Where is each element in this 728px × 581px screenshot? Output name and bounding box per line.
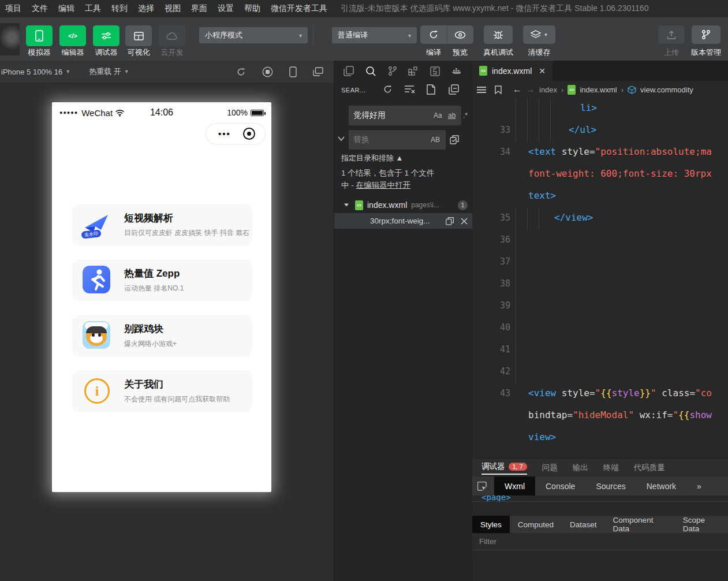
remote-debug-button[interactable] — [484, 25, 513, 44]
float-window-icon[interactable] — [313, 67, 323, 76]
editor-button[interactable]: </> — [59, 25, 86, 46]
caret-down-icon[interactable] — [344, 203, 349, 207]
code-line[interactable]: 34<text style="position:absolute;ma — [472, 142, 728, 164]
collapse-all-icon[interactable] — [449, 84, 459, 95]
replace-input[interactable]: 替换 AB — [349, 130, 446, 150]
preview-button[interactable] — [447, 25, 474, 44]
visual-button[interactable] — [125, 25, 152, 46]
files-icon[interactable] — [344, 66, 354, 76]
menu-item-1[interactable]: 文件 — [27, 3, 53, 14]
bookmark-icon[interactable] — [495, 85, 502, 94]
mode-select[interactable]: 小程序模式 ▾ — [199, 27, 308, 43]
menu-item-2[interactable]: 编辑 — [53, 3, 80, 14]
menu-item-5[interactable]: 选择 — [133, 3, 159, 14]
clear-results-icon[interactable] — [404, 84, 415, 94]
card-zepp[interactable]: 热量值 Zepp 运动热量 排名NO.1 — [72, 259, 252, 301]
clear-cache-button[interactable]: ▼ — [523, 25, 555, 44]
card-video-parse[interactable]: 去水印 短视频解析 目前仅可皮皮虾 皮皮搞笑 快手 抖音 最右 — [72, 204, 252, 245]
include-exclude-toggle[interactable]: 指定目录和排除 ▲ — [341, 153, 403, 163]
code-line[interactable]: bindtap="hideModal" wx:if="{{show — [472, 405, 728, 427]
open-search-editor-icon[interactable] — [427, 84, 435, 95]
menu-item-3[interactable]: 工具 — [80, 3, 106, 14]
code-line[interactable]: 39 — [472, 296, 728, 318]
outline-list-icon[interactable] — [477, 86, 486, 94]
code-line[interactable]: 37 — [472, 252, 728, 274]
code-line[interactable]: 40 — [472, 318, 728, 340]
menu-item-7[interactable]: 界面 — [186, 3, 212, 14]
tab-network[interactable]: Network — [636, 476, 686, 496]
tab-调试器[interactable]: 调试器1, 7 — [481, 461, 527, 475]
open-in-editor-link[interactable]: 在编辑器中打开 — [356, 181, 411, 189]
tab-index-wxml[interactable]: <> index.wxml ✕ — [472, 61, 552, 81]
tab-console[interactable]: Console — [535, 476, 585, 496]
card-game[interactable]: 别踩鸡块 爆火网络小游戏+ — [72, 315, 252, 356]
preserve-case-icon[interactable]: AB — [431, 136, 440, 144]
tab-终端[interactable]: 终端 — [603, 463, 619, 473]
stop-record-icon[interactable] — [262, 66, 273, 77]
tab-scope-data[interactable]: Scope Data — [675, 516, 728, 533]
result-match-row[interactable]: 30rpx;font-weig... — [334, 213, 472, 229]
code-line[interactable]: view> — [472, 427, 728, 449]
code-line[interactable]: font-weight: 600;font-size: 30rpx — [472, 164, 728, 186]
menu-item-10[interactable]: 微信开发者工具 — [266, 3, 333, 14]
forward-arrow-icon[interactable]: → — [526, 84, 535, 95]
back-arrow-icon[interactable]: ← — [513, 84, 522, 95]
tab--[interactable]: » — [686, 476, 712, 496]
device-frame-icon[interactable] — [289, 66, 297, 77]
code-line[interactable]: 38 — [472, 274, 728, 296]
breadcrumb-file[interactable]: index.wxml — [580, 85, 617, 94]
replace-match-icon[interactable] — [445, 216, 455, 226]
regex-icon[interactable]: .* — [463, 111, 468, 120]
tab-component-data[interactable]: Component Data — [605, 516, 675, 533]
tab-dataset[interactable]: Dataset — [562, 516, 605, 533]
breadcrumb-folder[interactable]: index — [539, 85, 557, 94]
cloud-dev-button[interactable] — [159, 25, 185, 46]
device-select[interactable]: iPhone 5 100% 16 ▼ — [1, 68, 70, 76]
dismiss-match-icon[interactable] — [461, 218, 468, 225]
code-line[interactable]: li> — [472, 98, 728, 120]
code-line[interactable]: text> — [472, 186, 728, 208]
code-line[interactable]: 35</view> — [472, 208, 728, 230]
tab-代码质量[interactable]: 代码质量 — [634, 463, 665, 473]
tab-sources[interactable]: Sources — [585, 476, 636, 496]
avatar[interactable] — [0, 23, 20, 55]
menu-item-8[interactable]: 设置 — [212, 3, 239, 14]
menu-item-4[interactable]: 转到 — [106, 3, 133, 14]
replace-all-icon[interactable] — [449, 134, 460, 145]
tab-styles[interactable]: Styles — [472, 516, 510, 533]
result-file-row[interactable]: <> index.wxml pages\i... 1 — [334, 198, 472, 212]
match-case-icon[interactable]: Aa — [434, 111, 442, 120]
tab-computed[interactable]: Computed — [510, 516, 562, 533]
extensions-icon[interactable] — [408, 66, 419, 76]
capsule-menu[interactable]: ••• — [206, 123, 266, 144]
tab-wxml[interactable]: Wxml — [494, 476, 535, 496]
tab-输出[interactable]: 输出 — [573, 463, 588, 473]
breadcrumb-symbol[interactable]: view.commodity — [640, 85, 693, 94]
code-lines[interactable]: li>33</ul>34<text style="position:absolu… — [472, 98, 728, 459]
exit-circle-icon[interactable] — [243, 128, 255, 140]
whole-word-icon[interactable]: ab — [448, 111, 456, 120]
simulator-button[interactable] — [26, 25, 53, 46]
refresh-icon[interactable] — [383, 84, 393, 94]
plugin-icon[interactable] — [430, 66, 440, 76]
styles-filter[interactable]: Filter — [472, 533, 728, 550]
code-line[interactable]: 33</ul> — [472, 120, 728, 142]
compile-button[interactable] — [420, 25, 447, 44]
code-line[interactable]: 42 — [472, 362, 728, 383]
collapse-replace-icon[interactable] — [337, 136, 345, 141]
compile-select[interactable]: 普通编译 ▾ — [332, 27, 417, 43]
more-dots-icon[interactable]: ••• — [206, 129, 243, 139]
close-tab-icon[interactable]: ✕ — [539, 66, 546, 76]
restart-icon[interactable] — [236, 67, 246, 77]
menu-item-6[interactable]: 视图 — [159, 3, 186, 14]
inspect-element-icon[interactable] — [472, 481, 492, 492]
search-input[interactable]: 觉得好用 Aa ab .* — [349, 106, 461, 125]
source-control-icon[interactable] — [388, 66, 397, 76]
card-about[interactable]: i 关于我们 不会使用 或有问题可点我获取帮助 — [72, 370, 252, 412]
tab-问题[interactable]: 问题 — [542, 463, 558, 473]
menu-item-0[interactable]: 项目 — [0, 3, 27, 14]
code-line[interactable]: 36 — [472, 230, 728, 252]
debugger-button[interactable] — [93, 25, 120, 46]
upload-button[interactable] — [658, 25, 685, 44]
search-icon[interactable] — [365, 66, 376, 77]
